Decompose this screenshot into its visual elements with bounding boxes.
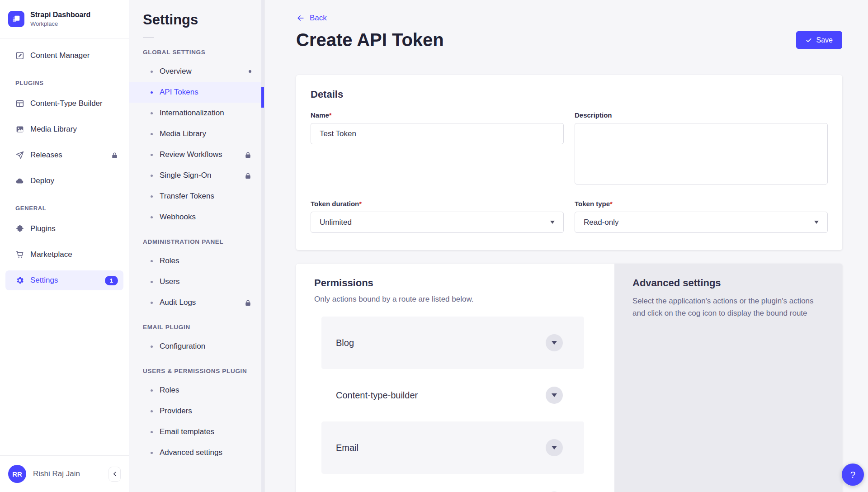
subnav-scrollbar-thumb[interactable] bbox=[261, 87, 264, 108]
name-input[interactable] bbox=[311, 123, 564, 144]
required-marker: * bbox=[610, 200, 613, 208]
back-link[interactable]: Back bbox=[296, 14, 327, 23]
help-button[interactable]: ? bbox=[842, 464, 864, 486]
subnav-item-api-tokens[interactable]: API Tokens bbox=[129, 82, 264, 103]
subnav-item-audit-logs[interactable]: Audit Logs bbox=[129, 292, 264, 313]
subnav-item-label: Media Library bbox=[160, 129, 206, 138]
subnav-item-label: Audit Logs bbox=[160, 298, 196, 307]
sidebar-item-releases[interactable]: Releases bbox=[5, 145, 123, 165]
expand-accordion-button[interactable] bbox=[546, 387, 563, 404]
subnav-item-configuration[interactable]: Configuration bbox=[129, 336, 264, 357]
accordion-upload[interactable]: Upload bbox=[321, 474, 584, 492]
check-icon bbox=[806, 37, 812, 43]
sidebar-item-deploy[interactable]: Deploy bbox=[5, 171, 123, 191]
token-type-value: Read-only bbox=[584, 218, 619, 227]
settings-notification-badge: 1 bbox=[105, 276, 118, 285]
subnav-item-overview[interactable]: Overview bbox=[129, 61, 264, 82]
subnav-item-media-library[interactable]: Media Library bbox=[129, 123, 264, 144]
save-label: Save bbox=[816, 36, 833, 44]
subnav-item-users[interactable]: Users bbox=[129, 271, 264, 292]
pen-icon bbox=[15, 51, 24, 60]
subnav-item-label: Configuration bbox=[160, 342, 205, 351]
token-duration-field-group: Token duration* Unlimited bbox=[311, 200, 564, 233]
image-icon bbox=[15, 125, 24, 134]
save-button[interactable]: Save bbox=[796, 31, 842, 49]
subnav-scrollbar[interactable] bbox=[261, 0, 264, 492]
subnav-item-label: Email templates bbox=[160, 427, 214, 436]
subnav-item-label: Providers bbox=[160, 407, 192, 416]
permissions-subtitle: Only actions bound by a route are listed… bbox=[314, 295, 614, 304]
bullet-icon bbox=[151, 345, 153, 348]
subnav-item-label: Roles bbox=[160, 386, 179, 395]
bullet-icon bbox=[151, 389, 153, 392]
accordion-content-type-builder[interactable]: Content-type-builder bbox=[321, 369, 584, 421]
subnav-item-label: API Tokens bbox=[160, 88, 198, 97]
accordion-email[interactable]: Email bbox=[321, 421, 584, 474]
token-duration-label: Token duration* bbox=[311, 200, 564, 208]
chevron-down-icon bbox=[552, 446, 557, 449]
subnav-item-up-roles[interactable]: Roles bbox=[129, 380, 264, 401]
workspace-switcher[interactable]: Strapi Dashboard Workplace bbox=[0, 0, 129, 38]
accordion-blog[interactable]: Blog bbox=[321, 317, 584, 369]
main-nav: Content Manager PLUGINS Content-Type Bui… bbox=[0, 38, 129, 296]
subnav-item-transfer-tokens[interactable]: Transfer Tokens bbox=[129, 186, 264, 207]
workspace-title: Strapi Dashboard bbox=[30, 11, 90, 19]
help-label: ? bbox=[850, 469, 856, 480]
avatar[interactable]: RR bbox=[8, 465, 26, 483]
subnav-item-providers[interactable]: Providers bbox=[129, 401, 264, 421]
sidebar-item-plugins[interactable]: Plugins bbox=[5, 219, 123, 239]
subnav-item-review-workflows[interactable]: Review Workflows bbox=[129, 144, 264, 165]
description-textarea[interactable] bbox=[575, 123, 828, 184]
bullet-icon bbox=[151, 260, 153, 262]
sidebar-item-content-manager[interactable]: Content Manager bbox=[5, 46, 123, 66]
expand-accordion-button[interactable] bbox=[546, 334, 563, 351]
token-type-select[interactable]: Read-only bbox=[575, 212, 828, 233]
bullet-icon bbox=[151, 195, 153, 198]
cloud-icon bbox=[15, 176, 24, 185]
chevron-down-icon bbox=[552, 393, 557, 397]
permissions-heading: Permissions bbox=[314, 277, 614, 289]
subnav-title: Settings bbox=[129, 12, 264, 28]
subnav-item-label: Single Sign-On bbox=[160, 171, 211, 180]
subnav-item-email-templates[interactable]: Email templates bbox=[129, 421, 264, 442]
expand-accordion-button[interactable] bbox=[546, 439, 563, 456]
bullet-icon bbox=[151, 91, 153, 94]
settings-subnav: Settings GLOBAL SETTINGS Overview API To… bbox=[129, 0, 264, 492]
gear-icon bbox=[15, 276, 24, 285]
notification-dot-icon bbox=[249, 70, 251, 73]
subnav-item-single-sign-on[interactable]: Single Sign-On bbox=[129, 165, 264, 186]
sidebar-item-content-type-builder[interactable]: Content-Type Builder bbox=[5, 94, 123, 114]
sidebar-item-label: Content-Type Builder bbox=[30, 99, 118, 108]
accordion-list: Blog Content-type-builder Email Upload bbox=[321, 317, 584, 492]
details-heading: Details bbox=[311, 89, 828, 100]
lock-icon bbox=[245, 172, 251, 179]
layout-icon bbox=[15, 99, 24, 108]
required-marker: * bbox=[359, 200, 362, 208]
bullet-icon bbox=[151, 154, 153, 156]
token-duration-select[interactable]: Unlimited bbox=[311, 212, 564, 233]
subnav-section-users-permissions-plugin: USERS & PERMISSIONS PLUGIN bbox=[129, 357, 264, 380]
subnav-item-internationalization[interactable]: Internationalization bbox=[129, 103, 264, 123]
required-marker: * bbox=[329, 111, 332, 119]
accordion-label: Email bbox=[336, 443, 359, 453]
sidebar-item-media-library[interactable]: Media Library bbox=[5, 119, 123, 139]
collapse-sidebar-button[interactable] bbox=[108, 467, 121, 482]
sidebar-item-marketplace[interactable]: Marketplace bbox=[5, 245, 123, 265]
user-name: Rishi Raj Jain bbox=[33, 469, 102, 478]
sidebar-item-label: Deploy bbox=[30, 176, 118, 185]
advanced-settings-heading: Advanced settings bbox=[632, 277, 824, 289]
subnav-item-label: Advanced settings bbox=[160, 448, 222, 457]
permissions-panel: Permissions Only actions bound by a rout… bbox=[296, 264, 614, 492]
sidebar-item-settings[interactable]: Settings 1 bbox=[5, 270, 123, 290]
chevron-down-icon bbox=[552, 341, 557, 345]
subnav-item-roles[interactable]: Roles bbox=[129, 251, 264, 271]
subnav-item-label: Overview bbox=[160, 67, 192, 76]
subnav-item-advanced-settings[interactable]: Advanced settings bbox=[129, 442, 264, 463]
bullet-icon bbox=[151, 216, 153, 218]
sidebar-section-general: GENERAL bbox=[5, 197, 123, 219]
subnav-item-webhooks[interactable]: Webhooks bbox=[129, 207, 264, 227]
subnav-item-label: Users bbox=[160, 277, 179, 286]
sidebar-item-label: Media Library bbox=[30, 125, 118, 134]
chevron-left-icon bbox=[112, 471, 118, 477]
puzzle-icon bbox=[15, 224, 24, 233]
